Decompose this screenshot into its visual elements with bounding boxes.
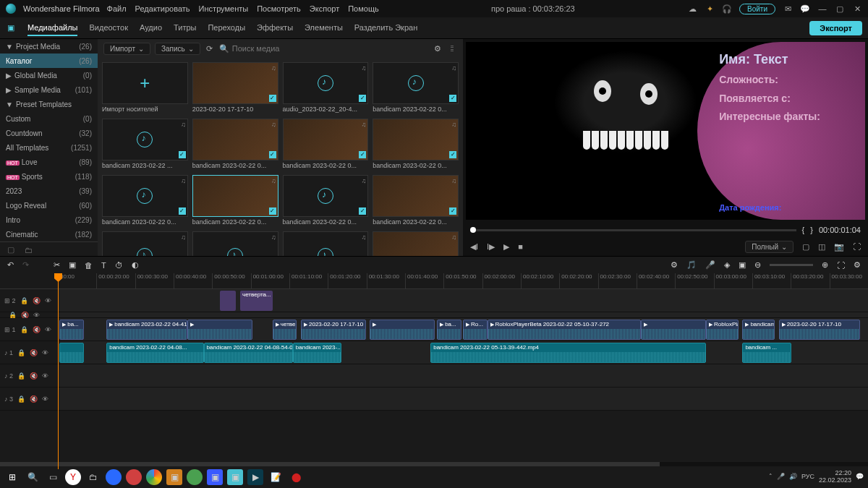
- sidebar-item[interactable]: 2023(39): [0, 184, 98, 198]
- sidebar-item[interactable]: Countdown(32): [0, 126, 98, 140]
- grid-view-icon[interactable]: ⦙⦙: [447, 43, 457, 53]
- volume-tray-icon[interactable]: 🔊: [789, 474, 797, 481]
- clip[interactable]: bandicam ...: [742, 320, 775, 340]
- media-item[interactable]: ✓♫bandicam 2023-02-22 0...: [192, 119, 278, 171]
- import-dropdown[interactable]: Импорт ⌄: [103, 43, 150, 55]
- clip[interactable]: [220, 291, 236, 311]
- mic-icon[interactable]: 🎤: [705, 260, 715, 270]
- media-item[interactable]: ✓♫bandicam 2023-02-22 ...: [102, 119, 188, 171]
- lock-icon[interactable]: 🔒: [17, 372, 25, 380]
- menu-Помощь[interactable]: Помощь: [348, 4, 379, 13]
- explorer-icon[interactable]: 🗀: [85, 469, 101, 485]
- clip[interactable]: [187, 320, 252, 340]
- search-input[interactable]: 🔍 Поиск медиа: [219, 44, 320, 53]
- zoom-out-icon[interactable]: ⊖: [754, 260, 761, 270]
- eye-icon[interactable]: 👁: [42, 372, 48, 380]
- crop-icon[interactable]: ▣: [69, 260, 76, 270]
- app4-icon[interactable]: [187, 469, 203, 485]
- media-item[interactable]: ✓♫: [102, 231, 188, 256]
- media-item[interactable]: ✓♫bandicam 2023-02-22 0...: [373, 119, 459, 171]
- render-icon[interactable]: ▣: [739, 260, 746, 270]
- app6-icon[interactable]: ▣: [227, 469, 243, 485]
- sidebar-item[interactable]: HOTLove(89): [0, 155, 98, 169]
- sidebar-item[interactable]: ▼Preset Templates: [0, 97, 98, 111]
- lock-icon[interactable]: 🔒: [20, 297, 28, 304]
- sidebar-item[interactable]: Cinematic(182): [0, 227, 98, 241]
- start-icon[interactable]: ⊞: [4, 469, 20, 485]
- mute-icon[interactable]: 🔇: [33, 297, 41, 304]
- clip[interactable]: четверта...: [240, 291, 273, 311]
- lock-icon[interactable]: 🔒: [20, 326, 28, 333]
- tab-5[interactable]: Эффекты: [257, 20, 293, 36]
- menu-Редактировать[interactable]: Редактировать: [135, 4, 190, 13]
- tab-2[interactable]: Аудио: [140, 20, 162, 36]
- sidebar-item[interactable]: ▶Sample Media(101): [0, 82, 98, 97]
- marker-icon[interactable]: ◈: [724, 260, 730, 270]
- undo-icon[interactable]: ↶: [7, 260, 14, 270]
- color-icon[interactable]: ◐: [132, 260, 139, 270]
- speed-icon[interactable]: ⏱: [115, 261, 123, 270]
- clip[interactable]: bandicam 2023-02-22 04-08...: [106, 343, 203, 363]
- chrome-icon[interactable]: [146, 469, 162, 485]
- clip[interactable]: RobloxPlayerBeta 2023-02-22 05-10-37-272: [488, 320, 642, 340]
- media-item[interactable]: ✓♫: [373, 231, 459, 256]
- zoom-slider[interactable]: [770, 264, 813, 266]
- app3-icon[interactable]: ▣: [166, 469, 182, 485]
- media-item[interactable]: ✓♫bandicam 2023-02-22 0...: [283, 175, 369, 227]
- next-frame-icon[interactable]: I▶: [487, 242, 495, 252]
- play-icon[interactable]: ▶: [503, 242, 509, 252]
- fullscreen-icon[interactable]: ⛶: [853, 242, 861, 251]
- folder-icon[interactable]: 🗀: [25, 246, 33, 254]
- sidebar-item[interactable]: Logo Reveal(60): [0, 198, 98, 213]
- clip[interactable]: 2023-02-20 17-17-10: [779, 320, 860, 340]
- sidebar-item[interactable]: ▼Project Media(26): [0, 39, 98, 53]
- tray-up-icon[interactable]: ˄: [769, 474, 773, 481]
- delete-icon[interactable]: 🗑: [85, 261, 93, 270]
- eye-icon[interactable]: 👁: [45, 326, 51, 333]
- clip[interactable]: [641, 320, 706, 340]
- close-icon[interactable]: ✕: [852, 4, 862, 14]
- note-icon[interactable]: 📝: [268, 469, 284, 485]
- mute-icon[interactable]: 🔇: [33, 326, 41, 333]
- compare-icon[interactable]: ◫: [818, 242, 825, 252]
- media-item[interactable]: ✓♫: [192, 231, 278, 256]
- eye-icon[interactable]: 👁: [42, 349, 48, 356]
- media-item[interactable]: ✓♫bandicam 2023-02-22 0...: [373, 175, 459, 227]
- tab-7[interactable]: Разделить Экран: [354, 20, 417, 36]
- clip[interactable]: bandicam 2023-02-22 04-41-41...: [106, 320, 187, 340]
- ruler[interactable]: 00:0000:00:20:0000:00:30:0000:00:40:0000…: [0, 273, 868, 289]
- clip[interactable]: [370, 320, 435, 340]
- lock-icon[interactable]: 🔒: [9, 312, 17, 319]
- clip[interactable]: [59, 343, 84, 363]
- clip[interactable]: bandicam 2023-...: [293, 343, 341, 363]
- record-icon[interactable]: ⬤: [288, 469, 304, 485]
- media-item[interactable]: ✓♫audio_2023-02-22_20-4...: [283, 62, 369, 114]
- playhead[interactable]: [58, 273, 59, 469]
- prev-frame-icon[interactable]: ◀I: [470, 242, 478, 252]
- tab-1[interactable]: Видеосток: [89, 20, 127, 36]
- brace-right[interactable]: }: [810, 226, 813, 234]
- preview-screen[interactable]: Имя: Текст Сложность: Появляется с: Инте…: [466, 42, 865, 220]
- mic-tray-icon[interactable]: 🎤: [777, 474, 785, 481]
- fit-icon[interactable]: ⛶: [837, 261, 845, 270]
- sidebar-item[interactable]: Intro(229): [0, 213, 98, 227]
- text-icon[interactable]: T: [101, 261, 106, 270]
- menu-Экспорт[interactable]: Экспорт: [310, 4, 339, 13]
- refresh-icon[interactable]: ⟳: [205, 43, 215, 53]
- media-item[interactable]: ✓♫bandicam 2023-02-22 0...: [192, 175, 278, 227]
- redo-icon[interactable]: ↷: [22, 260, 29, 270]
- audio-icon[interactable]: 🎵: [686, 260, 697, 270]
- settings-icon[interactable]: ⚙: [854, 260, 861, 270]
- tab-0[interactable]: Медиафайлы: [27, 20, 77, 36]
- maximize-icon[interactable]: ▢: [835, 4, 845, 14]
- app1-icon[interactable]: [106, 469, 122, 485]
- filter-icon[interactable]: ⚙: [433, 43, 443, 53]
- clip[interactable]: bandicam ...: [742, 343, 791, 363]
- mute-icon[interactable]: 🔇: [30, 349, 38, 356]
- clip[interactable]: ba...: [59, 320, 84, 340]
- screen-icon[interactable]: ▢: [802, 242, 809, 252]
- tab-6[interactable]: Элементы: [305, 20, 343, 36]
- clip[interactable]: ba...: [437, 320, 461, 340]
- eye-icon[interactable]: 👁: [33, 312, 40, 319]
- mute-icon[interactable]: 🔇: [30, 395, 38, 403]
